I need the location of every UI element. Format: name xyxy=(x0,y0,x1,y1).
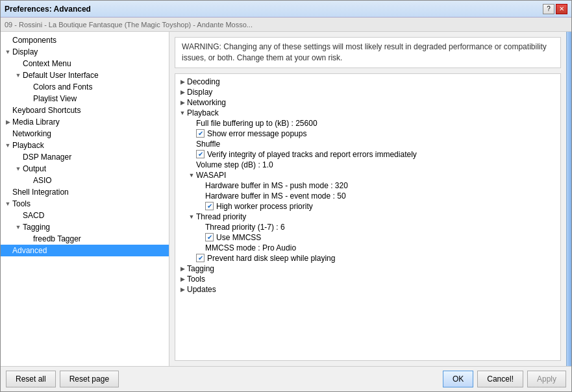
tree-item-playlist-view[interactable]: Playlist View xyxy=(1,93,169,104)
expander-playback-icon[interactable]: ▼ xyxy=(3,141,12,150)
settings-item-high-worker[interactable]: ✔ High worker process priority xyxy=(175,201,560,212)
reset-all-button[interactable]: Reset all xyxy=(6,371,56,387)
spacer-volume-icon xyxy=(187,160,196,169)
spacer-advanced-icon xyxy=(3,246,12,255)
settings-item-volume-step[interactable]: Volume step (dB) : 1.0 xyxy=(175,160,560,170)
spacer-verify-icon xyxy=(187,150,196,159)
left-tree-panel[interactable]: Components ▼ Display Context Menu ▼ Def xyxy=(1,32,169,366)
apply-button[interactable]: Apply xyxy=(527,371,566,387)
tree-item-context-menu[interactable]: Context Menu xyxy=(1,58,169,69)
expander-tools-icon[interactable]: ▼ xyxy=(3,199,12,208)
close-button[interactable]: ✕ xyxy=(556,4,567,14)
settings-item-verify-integrity[interactable]: ✔ Verify integrity of played tracks and … xyxy=(175,149,560,160)
settings-panel[interactable]: ▶ Decoding ▶ Display ▶ Networking ▼ Play… xyxy=(175,73,561,361)
settings-item-hw-push[interactable]: Hardware buffer in MS - push mode : 320 xyxy=(175,180,560,191)
cancel-button[interactable]: Cancel! xyxy=(477,371,523,387)
expander-decoding-icon[interactable]: ▶ xyxy=(178,77,187,86)
checkbox-high-worker[interactable]: ✔ xyxy=(205,202,214,210)
preferences-window: Preferences: Advanced ? ✕ 09 - Rossini -… xyxy=(0,0,572,392)
tree-label-keyboard-shortcuts: Keyboard Shortcuts xyxy=(12,106,81,115)
tree-item-sacd[interactable]: SACD xyxy=(1,210,169,221)
expander-thread-priority-icon[interactable]: ▼ xyxy=(187,212,196,221)
settings-item-updates[interactable]: ▶ Updates xyxy=(175,284,560,295)
tree-item-output[interactable]: ▼ Output xyxy=(1,163,169,175)
settings-item-tagging[interactable]: ▶ Tagging xyxy=(175,263,560,274)
titlebar-buttons: ? ✕ xyxy=(543,4,567,14)
expander-media-icon[interactable]: ▶ xyxy=(3,117,12,127)
tree-item-freedb-tagger[interactable]: freedb Tagger xyxy=(1,233,169,245)
settings-label-thread-priority: Thread priority xyxy=(196,212,246,221)
spacer-hd-sleep-icon xyxy=(187,254,196,263)
settings-label-display: Display xyxy=(187,88,212,97)
titlebar: Preferences: Advanced ? ✕ xyxy=(1,1,571,18)
settings-item-prevent-hd-sleep[interactable]: ✔ Prevent hard disk sleep while playing xyxy=(175,253,560,263)
tree-item-playback[interactable]: ▼ Playback xyxy=(1,140,169,151)
reset-page-button[interactable]: Reset page xyxy=(60,371,119,387)
tree-label-shell-integration: Shell Integration xyxy=(12,188,69,197)
tree-label-networking: Networking xyxy=(12,129,51,138)
settings-label-show-errors: Show error message popups xyxy=(207,129,306,138)
settings-label-mmcss-mode: MMCSS mode : Pro Audio xyxy=(205,243,296,252)
checkbox-prevent-hd-sleep[interactable]: ✔ xyxy=(196,254,205,262)
tree-item-tagging[interactable]: ▼ Tagging xyxy=(1,221,169,233)
expander-settings-display-icon[interactable]: ▶ xyxy=(178,88,187,97)
settings-item-hw-event[interactable]: Hardware buffer in MS - event mode : 50 xyxy=(175,191,560,201)
checkbox-verify-integrity[interactable]: ✔ xyxy=(196,150,205,158)
settings-item-decoding[interactable]: ▶ Decoding xyxy=(175,77,560,87)
settings-item-full-buffering[interactable]: Full file buffering up to (kB) : 25600 xyxy=(175,118,560,129)
tree-item-keyboard-shortcuts[interactable]: Keyboard Shortcuts xyxy=(1,104,169,116)
tree-item-media-library[interactable]: ▶ Media Library xyxy=(1,116,169,128)
settings-item-tools[interactable]: ▶ Tools xyxy=(175,274,560,284)
settings-item-use-mmcss[interactable]: ✔ Use MMCSS xyxy=(175,232,560,243)
expander-display-icon[interactable]: ▼ xyxy=(3,47,12,56)
spacer-hw-event-icon xyxy=(196,191,205,201)
expander-default-ui-icon[interactable]: ▼ xyxy=(14,71,23,80)
spacer-context-icon xyxy=(14,59,23,68)
spacer-shell-icon xyxy=(3,188,12,197)
checkbox-use-mmcss[interactable]: ✔ xyxy=(205,233,214,241)
settings-item-thread-priority[interactable]: ▼ Thread priority xyxy=(175,212,560,222)
spacer-colors-icon xyxy=(24,82,33,92)
ok-button[interactable]: OK xyxy=(443,371,473,387)
expander-wasapi-icon[interactable]: ▼ xyxy=(187,171,196,180)
tree-item-components[interactable]: Components xyxy=(1,34,169,46)
tree-label-media-library: Media Library xyxy=(12,117,60,127)
expander-output-icon[interactable]: ▼ xyxy=(14,164,23,173)
settings-item-thread-priority-val[interactable]: Thread priority (1-7) : 6 xyxy=(175,222,560,232)
expander-settings-playback-icon[interactable]: ▼ xyxy=(178,108,187,117)
tree-item-shell-integration[interactable]: Shell Integration xyxy=(1,186,169,198)
settings-label-verify-integrity: Verify integrity of played tracks and re… xyxy=(207,150,417,159)
tree-item-tools[interactable]: ▼ Tools xyxy=(1,198,169,210)
tree-label-playlist-view: Playlist View xyxy=(33,94,77,103)
tree-label-dsp-manager: DSP Manager xyxy=(23,153,71,162)
expander-settings-net-icon[interactable]: ▶ xyxy=(178,98,187,107)
tree-item-default-ui[interactable]: ▼ Default User Interface xyxy=(1,69,169,81)
settings-label-networking: Networking xyxy=(187,98,226,107)
spacer-icon xyxy=(3,36,12,45)
right-accent-bar xyxy=(566,32,571,366)
settings-item-mmcss-mode[interactable]: MMCSS mode : Pro Audio xyxy=(175,243,560,253)
expander-settings-tools-icon[interactable]: ▶ xyxy=(178,275,187,284)
tree-item-asio[interactable]: ASIO xyxy=(1,175,169,186)
help-button[interactable]: ? xyxy=(543,4,554,14)
tree-item-colors-fonts[interactable]: Colors and Fonts xyxy=(1,81,169,93)
tree-label-tools: Tools xyxy=(12,199,31,208)
tree-item-advanced[interactable]: Advanced xyxy=(1,245,169,256)
window-title: Preferences: Advanced xyxy=(5,5,91,14)
checkbox-show-errors[interactable]: ✔ xyxy=(196,129,205,138)
spacer-net-icon xyxy=(3,129,12,138)
settings-item-playback[interactable]: ▼ Playback xyxy=(175,108,560,118)
spacer-freedb-icon xyxy=(24,234,33,243)
expander-tagging-icon[interactable]: ▼ xyxy=(14,223,23,232)
settings-item-show-errors[interactable]: ✔ Show error message popups xyxy=(175,129,560,139)
tree-item-networking[interactable]: Networking xyxy=(1,128,169,140)
settings-item-wasapi[interactable]: ▼ WASAPI xyxy=(175,170,560,180)
settings-item-display[interactable]: ▶ Display xyxy=(175,87,560,97)
settings-item-networking[interactable]: ▶ Networking xyxy=(175,97,560,108)
expander-settings-updates-icon[interactable]: ▶ xyxy=(178,285,187,294)
tree-item-display[interactable]: ▼ Display xyxy=(1,46,169,58)
expander-settings-tagging-icon[interactable]: ▶ xyxy=(178,264,187,273)
tree-item-dsp-manager[interactable]: DSP Manager xyxy=(1,151,169,163)
settings-item-shuffle[interactable]: Shuffle xyxy=(175,139,560,149)
tree-label-sacd: SACD xyxy=(23,211,44,220)
